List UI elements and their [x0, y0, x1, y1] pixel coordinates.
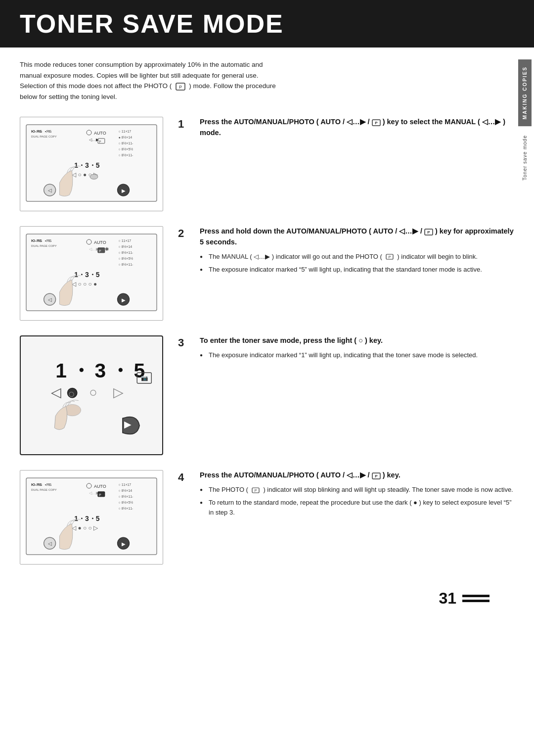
- page-lines: [462, 595, 490, 602]
- svg-text:○ 8½×14: ○ 8½×14: [119, 489, 133, 492]
- page-line-1: [462, 595, 490, 597]
- svg-text:◁ ○ ○ ○ ●: ◁ ○ ○ ○ ●: [72, 281, 97, 288]
- svg-text:○ 8½×11-: ○ 8½×11-: [119, 495, 134, 498]
- svg-text:1・3・5: 1・3・5: [55, 359, 149, 382]
- svg-text:○ 11×17: ○ 11×17: [119, 239, 132, 242]
- step-3-number: 3: [178, 336, 192, 349]
- svg-text:P: P: [99, 493, 101, 497]
- main-content: This mode reduces toner consumption by a…: [0, 59, 534, 608]
- page-title: TONER SAVE MODE: [20, 9, 514, 39]
- step-1-row: Ю-ЯБ •ЯБ AUTO DUAL PAGE COPY ◁…▶ P ○ 11×…: [20, 117, 514, 211]
- svg-text:•ЯБ: •ЯБ: [45, 129, 52, 134]
- svg-text:▷: ▷: [113, 384, 124, 400]
- step-4-content: Press the AUTO/MANUAL/PHOTO ( AUTO / ◁…▶…: [200, 470, 514, 520]
- step-3-bullet-1: The exposure indicator marked “1” will l…: [200, 350, 478, 360]
- svg-text:◁: ◁: [48, 188, 52, 193]
- svg-text:○ 8½×5½: ○ 8½×5½: [119, 147, 134, 151]
- svg-text:DUAL PAGE COPY: DUAL PAGE COPY: [31, 488, 57, 491]
- page-line-2: [462, 600, 490, 602]
- step-2-number: 2: [178, 227, 192, 240]
- step-2-diagram: Ю-ЯБ •ЯБ AUTO DUAL PAGE COPY ◁…▶ P ✱ ○ 1…: [25, 232, 158, 313]
- svg-text:P: P: [255, 489, 257, 492]
- svg-text:1・3・5: 1・3・5: [74, 515, 99, 523]
- step-3-title: To enter the toner save mode, press the …: [200, 335, 478, 346]
- step-2-text-container: 2 Press and hold down the AUTO/MANUAL/PH…: [178, 226, 514, 278]
- svg-text:○ 8½×11-: ○ 8½×11-: [119, 142, 134, 145]
- svg-point-18: [90, 175, 98, 180]
- svg-text:P: P: [375, 121, 378, 125]
- svg-text:○ 8½×11-: ○ 8½×11-: [119, 153, 134, 157]
- svg-text:P: P: [389, 255, 391, 259]
- svg-text:📷: 📷: [141, 375, 148, 381]
- step-1-panel: Ю-ЯБ •ЯБ AUTO DUAL PAGE COPY ◁…▶ P ○ 11×…: [20, 117, 163, 211]
- page-number: 31: [439, 589, 456, 608]
- svg-text:P: P: [99, 249, 101, 253]
- svg-text:▶: ▶: [124, 419, 132, 429]
- step-4-number: 4: [178, 471, 192, 484]
- step-4-bullets: The PHOTO ( P ) indicator will stop blin…: [200, 485, 514, 518]
- svg-text:◁ ● ○ ○ ▷: ◁ ● ○ ○ ▷: [72, 525, 98, 532]
- svg-text:◁: ◁: [48, 297, 52, 302]
- svg-text:P: P: [427, 230, 430, 235]
- step-2-bullets: The MANUAL ( ◁…▶ ) indicator will go out…: [200, 252, 514, 275]
- svg-text:AUTO: AUTO: [94, 131, 106, 136]
- step-3-bullets: The exposure indicator marked “1” will l…: [200, 350, 478, 360]
- svg-text:○ 8½×5½: ○ 8½×5½: [119, 501, 134, 504]
- svg-text:P: P: [99, 140, 101, 143]
- step-2-panel: Ю-ЯБ •ЯБ AUTO DUAL PAGE COPY ◁…▶ P ✱ ○ 1…: [20, 226, 163, 321]
- svg-text:1・3・5: 1・3・5: [74, 271, 99, 279]
- svg-text:○ 8½×11-: ○ 8½×11-: [119, 251, 134, 254]
- svg-text:1・3・5: 1・3・5: [74, 162, 99, 170]
- step-2-content: Press and hold down the AUTO/MANUAL/PHOT…: [200, 226, 514, 278]
- intro-paragraph: This mode reduces toner consumption by a…: [20, 59, 277, 102]
- step-4-bullet-2: To return to the standard mode, repeat t…: [200, 498, 514, 518]
- svg-text:◁: ◁: [51, 384, 61, 400]
- svg-text:AUTO: AUTO: [94, 484, 106, 489]
- sidebar-making-copies: MAKING COPIES: [518, 59, 532, 126]
- step-1-text-container: 1 Press the AUTO/MANUAL/PHOTO ( AUTO / ◁…: [178, 117, 514, 142]
- svg-text:DUAL PAGE COPY: DUAL PAGE COPY: [31, 135, 57, 138]
- step-4-panel: Ю-ЯБ •ЯБ AUTO DUAL PAGE COPY ◁…▶ P ○ 11×…: [20, 470, 163, 565]
- svg-text:P: P: [375, 474, 378, 478]
- step-1-content: Press the AUTO/MANUAL/PHOTO ( AUTO / ◁…▶…: [200, 117, 514, 142]
- step-3-text-container: 3 To enter the toner save mode, press th…: [178, 335, 478, 363]
- svg-text:○ 11×17: ○ 11×17: [119, 483, 132, 486]
- page-number-area: 31: [20, 589, 514, 608]
- step-2-bullet-2: The exposure indicator marked “5” will l…: [200, 265, 514, 275]
- svg-text:DUAL PAGE COPY: DUAL PAGE COPY: [31, 244, 57, 247]
- header-bar: TONER SAVE MODE: [0, 0, 534, 47]
- step-4-text-container: 4 Press the AUTO/MANUAL/PHOTO ( AUTO / ◁…: [178, 470, 514, 520]
- svg-text:Ю-ЯБ: Ю-ЯБ: [31, 482, 43, 487]
- svg-text:○ 8½×14: ○ 8½×14: [119, 245, 133, 248]
- svg-text:•ЯБ: •ЯБ: [45, 238, 52, 243]
- svg-text:Ю-ЯБ: Ю-ЯБ: [31, 238, 43, 243]
- svg-text:○ 8½×5½: ○ 8½×5½: [119, 257, 134, 260]
- svg-text:◁: ◁: [48, 541, 52, 546]
- step-3-diagram: 1・3・5 ◁ ○ ○ ▷ 📷: [27, 342, 156, 446]
- svg-text:○ 8½×11-: ○ 8½×11-: [119, 263, 134, 266]
- svg-text:P: P: [179, 85, 182, 90]
- svg-text:○: ○: [68, 387, 75, 400]
- step-2-row: Ю-ЯБ •ЯБ AUTO DUAL PAGE COPY ◁…▶ P ✱ ○ 1…: [20, 226, 514, 321]
- step-4-diagram: Ю-ЯБ •ЯБ AUTO DUAL PAGE COPY ◁…▶ P ○ 11×…: [25, 475, 158, 557]
- svg-text:● 8½×14: ● 8½×14: [119, 136, 133, 139]
- step-3-panel: 1・3・5 ◁ ○ ○ ▷ 📷: [20, 335, 163, 455]
- svg-text:○ 8½×11-: ○ 8½×11-: [119, 507, 134, 510]
- svg-text:▶: ▶: [122, 188, 126, 193]
- step-2-title: Press and hold down the AUTO/MANUAL/PHOT…: [200, 226, 514, 248]
- svg-text:AUTO: AUTO: [94, 240, 106, 245]
- svg-text:✱: ✱: [105, 246, 109, 252]
- step-1-diagram: Ю-ЯБ •ЯБ AUTO DUAL PAGE COPY ◁…▶ P ○ 11×…: [25, 122, 158, 204]
- step-2-bullet-1: The MANUAL ( ◁…▶ ) indicator will go out…: [200, 252, 514, 262]
- svg-text:▶: ▶: [122, 541, 126, 547]
- steps-container: Ю-ЯБ •ЯБ AUTO DUAL PAGE COPY ◁…▶ P ○ 11×…: [20, 117, 514, 579]
- step-1-number: 1: [178, 118, 192, 131]
- svg-text:▶: ▶: [122, 297, 126, 303]
- step-4-title: Press the AUTO/MANUAL/PHOTO ( AUTO / ◁…▶…: [200, 470, 514, 481]
- sidebar-right: MAKING COPIES Toner save mode: [515, 59, 534, 184]
- svg-text:•ЯБ: •ЯБ: [45, 482, 52, 487]
- sidebar-toner-save: Toner save mode: [519, 132, 531, 184]
- step-1-title: Press the AUTO/MANUAL/PHOTO ( AUTO / ◁…▶…: [200, 117, 514, 139]
- step-3-row: 1・3・5 ◁ ○ ○ ▷ 📷: [20, 335, 514, 455]
- svg-text:○: ○: [89, 384, 97, 400]
